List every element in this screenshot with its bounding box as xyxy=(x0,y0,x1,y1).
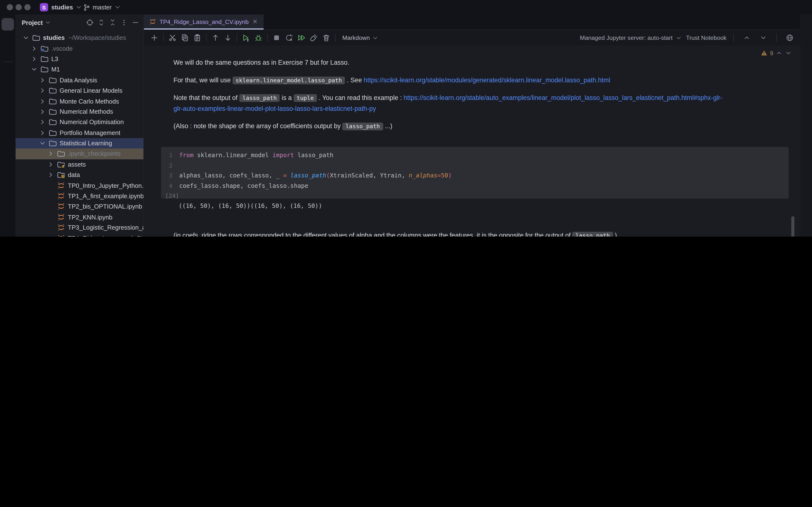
tree-item-data-analysis[interactable]: Data Analysis xyxy=(15,75,143,86)
tree-item-studies[interactable]: studies~/Workspace/studies xyxy=(15,33,143,43)
tree-toggle-icon[interactable] xyxy=(47,150,54,157)
pull-requests-tool-button[interactable] xyxy=(1,46,14,58)
tree-toggle-icon[interactable] xyxy=(31,55,38,62)
tree-item-label: Statistical Learning xyxy=(59,140,112,147)
locate-file-icon[interactable] xyxy=(86,18,94,26)
tree-item-tp0-intro-jupyter-python-ip[interactable]: TP0_Intro_Jupyter_Python.ip xyxy=(15,180,143,191)
settings-gear-icon[interactable] xyxy=(800,3,809,11)
tree-item-vscode[interactable]: .vscode xyxy=(15,43,143,54)
tree-item-l3[interactable]: L3 xyxy=(15,54,143,64)
next-warning-icon[interactable] xyxy=(785,50,792,56)
notifications-bell-button[interactable] xyxy=(801,18,812,29)
code-line[interactable]: 4coefs_lasso.shape, coefs_lasso.shape xyxy=(161,181,789,191)
collapse-all-icon[interactable] xyxy=(109,18,116,26)
tree-toggle-icon[interactable] xyxy=(39,129,46,136)
run-cell-select-below-button[interactable] xyxy=(240,32,252,44)
tree-item-tp3-logistic-regression-ar[interactable]: TP3_Logistic_Regression_ar xyxy=(15,222,143,233)
tree-item-portfolio-management[interactable]: Portfolio Management xyxy=(15,127,143,138)
copy-cell-button[interactable] xyxy=(179,32,191,44)
tree-item-numerical-methods[interactable]: Numerical Methods xyxy=(15,107,143,117)
window-zoom-button[interactable] xyxy=(24,4,31,10)
tree-toggle-icon[interactable] xyxy=(31,66,38,73)
notebook-content: We will do the same questions as in Exer… xyxy=(144,46,800,237)
jupyter-server-selector[interactable]: Managed Jupyter server: auto-start xyxy=(580,35,682,41)
code-line[interactable]: 3alphas_lasso, coefs_lasso, _ = lasso_pa… xyxy=(161,171,789,181)
tree-toggle-icon[interactable] xyxy=(39,98,46,105)
previous-cell-button[interactable] xyxy=(741,32,753,44)
tree-item-tp2-knn-ipynb[interactable]: TP2_KNN.ipynb xyxy=(15,212,143,223)
restart-kernel-button[interactable] xyxy=(283,32,295,44)
tree-item-m1[interactable]: M1 xyxy=(15,64,143,75)
cell-type-dropdown[interactable]: Markdown xyxy=(342,35,378,41)
next-cell-button[interactable] xyxy=(757,32,769,44)
clear-outputs-button[interactable] xyxy=(308,32,320,44)
tree-item-numerical-optimisation[interactable]: Numerical Optimisation xyxy=(15,117,143,128)
tree-toggle-icon[interactable] xyxy=(47,161,54,168)
window-close-button[interactable] xyxy=(7,4,13,10)
inspection-widget[interactable]: 9 xyxy=(761,50,792,56)
tree-item-tp4-ridge-lasso-and-cv-ip[interactable]: TP4_Ridge_Lasso_and_CV.ip xyxy=(15,233,143,237)
structure-tool-button[interactable] xyxy=(1,65,14,77)
tree-toggle-icon[interactable] xyxy=(47,171,54,179)
delete-cell-button[interactable] xyxy=(320,32,332,44)
dependencies-tool-button[interactable] xyxy=(801,96,812,107)
tab-notebook[interactable]: TP4_Ridge_Lasso_and_CV.ipynb xyxy=(144,14,264,30)
run-all-cells-icon xyxy=(297,34,305,42)
doc-link[interactable]: https://scikit-learn.org/stable/modules/… xyxy=(364,76,610,83)
panel-options-icon[interactable] xyxy=(120,18,128,26)
tree-item-assets[interactable]: assets xyxy=(15,159,143,170)
tree-item-data[interactable]: data xyxy=(15,170,143,180)
tree-item-statistical-learning[interactable]: Statistical Learning xyxy=(15,138,143,149)
tree-item-monte-carlo-methods[interactable]: Monte Carlo Methods xyxy=(15,96,143,107)
move-cell-up-button[interactable] xyxy=(209,32,221,44)
user-plus-icon[interactable] xyxy=(769,3,778,11)
project-badge: S xyxy=(40,3,48,11)
tree-item-tp1-a-first-example-ipynb[interactable]: TP1_A_first_example.ipynb xyxy=(15,191,143,201)
trust-notebook-button[interactable]: Trust Notebook xyxy=(686,35,727,41)
tree-item-tp2-bis-optional-ipynb[interactable]: TP2_bis_OPTIONAL.ipynb xyxy=(15,201,143,212)
expand-all-icon[interactable] xyxy=(97,18,105,26)
jupyter-file-icon xyxy=(57,203,65,211)
title-bar: S studies master xyxy=(0,0,812,15)
debug-cell-button[interactable] xyxy=(252,32,265,44)
interrupt-kernel-button[interactable] xyxy=(270,32,283,44)
r-graphics-tool-button[interactable] xyxy=(801,50,812,60)
jupyter-file-icon xyxy=(57,192,65,200)
vcs-branch-widget[interactable]: master xyxy=(83,3,121,12)
tree-toggle-icon[interactable] xyxy=(39,108,46,115)
move-cell-down-button[interactable] xyxy=(221,32,234,44)
commit-tool-button[interactable] xyxy=(1,32,14,44)
search-everywhere-icon[interactable] xyxy=(784,3,793,11)
close-tab-icon[interactable] xyxy=(252,18,259,25)
chevron-down-icon[interactable] xyxy=(45,19,51,26)
more-tools-button[interactable] xyxy=(1,79,14,92)
tree-toggle-icon[interactable] xyxy=(31,45,38,52)
code-line[interactable]: 2 xyxy=(161,161,789,171)
tree-toggle-icon[interactable] xyxy=(39,140,46,147)
open-in-browser-button[interactable] xyxy=(783,32,796,44)
paste-cell-button[interactable] xyxy=(191,32,203,44)
editor-scrollbar[interactable] xyxy=(791,216,794,237)
tree-toggle-icon[interactable] xyxy=(39,119,46,126)
project-switcher[interactable]: studies xyxy=(51,3,83,12)
project-tool-button[interactable] xyxy=(1,18,14,31)
folder-icon xyxy=(49,118,57,126)
interrupt-kernel-icon xyxy=(272,34,281,42)
tree-toggle-icon[interactable] xyxy=(39,76,46,84)
ai-tools-button[interactable] xyxy=(801,65,812,75)
window-minimize-button[interactable] xyxy=(15,4,22,10)
code-cell[interactable]: 1from sklearn.linear_model import lasso_… xyxy=(161,147,789,199)
cut-cell-button[interactable] xyxy=(166,32,179,44)
tree-toggle-icon[interactable] xyxy=(39,87,46,94)
plugin-hexagon-button[interactable] xyxy=(801,80,812,91)
editor-tab-bar: TP4_Ridge_Lasso_and_CV.ipynb xyxy=(144,14,800,30)
database-tool-button[interactable] xyxy=(801,34,812,44)
code-line[interactable]: 1from sklearn.linear_model import lasso_… xyxy=(161,151,789,161)
run-all-cells-button[interactable] xyxy=(295,32,307,44)
tree-item-ipynb-checkpoints[interactable]: .ipynb_checkpoints xyxy=(15,149,143,159)
tree-toggle-icon[interactable] xyxy=(22,34,30,42)
tree-item-general-linear-models[interactable]: General Linear Models xyxy=(15,85,143,96)
add-cell-button[interactable] xyxy=(148,32,160,44)
previous-warning-icon[interactable] xyxy=(776,50,782,56)
hide-panel-icon[interactable] xyxy=(132,18,139,26)
